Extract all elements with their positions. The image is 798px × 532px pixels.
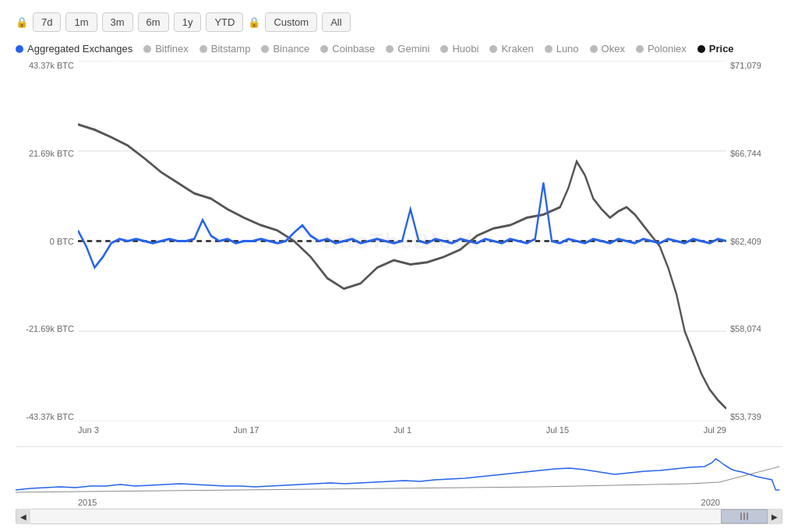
- chart-inner: IntoTheBlock: [78, 61, 726, 421]
- mini-chart-svg: [16, 447, 782, 495]
- lock-icon-custom: 🔒: [248, 16, 260, 28]
- legend-label-price: Price: [709, 43, 734, 55]
- y-left-3: -21.69k BTC: [16, 324, 74, 333]
- app-container: 🔒 7d 1m 3m 6m 1y YTD 🔒 Custom All Aggreg…: [0, 0, 798, 532]
- y-left-2: 0 BTC: [16, 237, 74, 246]
- btn-custom[interactable]: Custom: [265, 12, 317, 32]
- btn-1m[interactable]: 1m: [65, 12, 97, 32]
- mini-x-2020: 2020: [701, 498, 720, 507]
- y-right-0: $71,079: [730, 61, 782, 70]
- legend-label-luno: Luno: [556, 43, 579, 55]
- legend-label-huobi: Huobi: [452, 43, 478, 55]
- legend-dot-bitstamp: [200, 45, 207, 53]
- mini-x-2015: 2015: [78, 498, 97, 507]
- legend-label-poloniex: Poloniex: [648, 43, 687, 55]
- btn-1y[interactable]: 1y: [174, 12, 202, 32]
- legend-label-coinbase: Coinbase: [332, 43, 375, 55]
- btn-7d[interactable]: 7d: [33, 12, 61, 32]
- legend-dot-huobi: [440, 45, 448, 53]
- y-right-2: $62,409: [730, 237, 782, 246]
- legend-item-bitstamp[interactable]: Bitstamp: [200, 43, 251, 55]
- btn-ytd[interactable]: YTD: [206, 12, 243, 32]
- y-right-3: $58,074: [730, 324, 782, 333]
- legend-item-price[interactable]: Price: [697, 43, 734, 55]
- x-label-0: Jun 3: [78, 425, 99, 435]
- y-left-1: 21.69k BTC: [16, 149, 74, 158]
- mini-chart: 2015 2020: [16, 446, 782, 509]
- legend-item-luno[interactable]: Luno: [545, 43, 579, 55]
- legend-dot-luno: [545, 45, 553, 53]
- legend-dot-binance: [261, 45, 269, 53]
- legend-label-okex: Okex: [602, 43, 625, 55]
- x-axis: Jun 3 Jun 17 Jul 1 Jul 15 Jul 29: [78, 421, 726, 445]
- y-left-0: 43.37k BTC: [16, 61, 74, 70]
- legend-label-kraken: Kraken: [501, 43, 533, 55]
- legend-dot-gemini: [386, 45, 394, 53]
- scroll-right-arrow[interactable]: ▶: [768, 509, 782, 524]
- legend-item-coinbase[interactable]: Coinbase: [320, 43, 375, 55]
- mini-x-axis: 2015 2020: [16, 498, 782, 507]
- legend-item-binance[interactable]: Binance: [261, 43, 309, 55]
- legend-label-gemini: Gemini: [397, 43, 429, 55]
- scrollbar[interactable]: ◀ ▶: [16, 509, 782, 524]
- legend-item-aggregated[interactable]: Aggregated Exchanges: [16, 43, 132, 55]
- legend-label-bitstamp: Bitstamp: [211, 43, 251, 55]
- btn-6m[interactable]: 6m: [138, 12, 169, 32]
- scroll-thumb-line-2: [743, 513, 745, 520]
- legend-item-gemini[interactable]: Gemini: [386, 43, 429, 55]
- scroll-thumb[interactable]: [721, 509, 768, 523]
- y-right-4: $53,739: [730, 412, 782, 421]
- main-chart-svg: [78, 61, 726, 421]
- legend-item-bitfinex[interactable]: Bitfinex: [143, 43, 189, 55]
- legend-label-bitfinex: Bitfinex: [155, 43, 189, 55]
- legend-dot-price: [697, 45, 705, 53]
- y-right-1: $66,744: [730, 149, 782, 158]
- legend-item-poloniex[interactable]: Poloniex: [636, 43, 687, 55]
- legend-dot-okex: [590, 45, 598, 53]
- x-label-3: Jul 15: [546, 425, 569, 435]
- scroll-thumb-lines: [740, 513, 748, 520]
- scroll-left-arrow[interactable]: ◀: [16, 509, 30, 524]
- chart-wrapper: 43.37k BTC 21.69k BTC 0 BTC -21.69k BTC …: [16, 61, 782, 524]
- legend-item-huobi[interactable]: Huobi: [440, 43, 478, 55]
- scroll-track[interactable]: [30, 509, 768, 523]
- legend-dot-kraken: [489, 45, 497, 53]
- y-axis-right: $71,079 $66,744 $62,409 $58,074 $53,739: [726, 61, 782, 421]
- btn-all[interactable]: All: [322, 12, 350, 32]
- btn-3m[interactable]: 3m: [102, 12, 133, 32]
- lock-icon-left: 🔒: [16, 16, 28, 28]
- legend-item-kraken[interactable]: Kraken: [489, 43, 533, 55]
- legend-label-aggregated: Aggregated Exchanges: [27, 43, 132, 55]
- scroll-thumb-line-1: [740, 513, 742, 520]
- legend-dot-bitfinex: [143, 45, 151, 53]
- main-chart: 43.37k BTC 21.69k BTC 0 BTC -21.69k BTC …: [16, 61, 782, 445]
- legend-dot-aggregated: [16, 45, 23, 53]
- legend-label-binance: Binance: [273, 43, 309, 55]
- chart-legend: Aggregated Exchanges Bitfinex Bitstamp B…: [16, 43, 782, 55]
- scroll-thumb-line-3: [747, 513, 748, 520]
- legend-item-okex[interactable]: Okex: [590, 43, 625, 55]
- legend-dot-coinbase: [320, 45, 328, 53]
- legend-dot-poloniex: [636, 45, 644, 53]
- y-left-4: -43.37k BTC: [16, 412, 74, 421]
- x-label-4: Jul 29: [704, 425, 726, 435]
- y-axis-left: 43.37k BTC 21.69k BTC 0 BTC -21.69k BTC …: [16, 61, 78, 421]
- x-label-2: Jul 1: [394, 425, 411, 435]
- x-label-1: Jun 17: [233, 425, 259, 435]
- toolbar: 🔒 7d 1m 3m 6m 1y YTD 🔒 Custom All: [16, 12, 782, 32]
